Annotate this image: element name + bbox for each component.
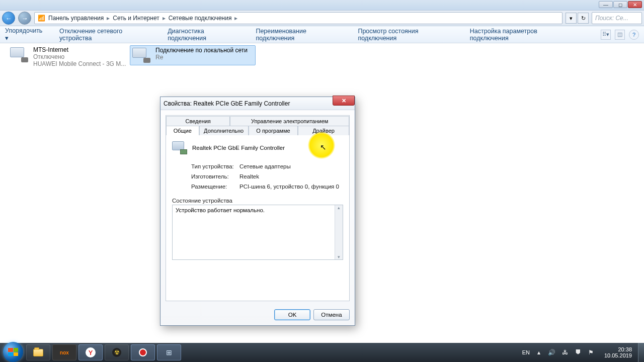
label-device-type: Тип устройства:	[191, 163, 239, 169]
taskbar: nox Y ☢ ⊞ EN ▴ 🔊 🖧 ⛊ ⚑ 20:38 10.05.2019	[0, 343, 644, 362]
taskbar-item-explorer[interactable]	[26, 344, 50, 360]
connection-device: Re	[155, 54, 248, 61]
label-location: Размещение:	[191, 184, 239, 190]
content-area: MTS-Internet Отключено HUAWEI Mobile Con…	[0, 43, 644, 325]
dialog-close-button[interactable]: ✕	[333, 96, 355, 106]
connection-name: Подключение по локальной сети	[155, 47, 248, 54]
address-dropdown-button[interactable]: ▾	[566, 13, 577, 24]
toolbar-properties[interactable]: Настройка параметров подключения	[470, 28, 577, 42]
tray-language[interactable]: EN	[522, 349, 530, 355]
search-input[interactable]: Поиск: Се...	[592, 12, 642, 24]
system-tray: EN ▴ 🔊 🖧 ⛊ ⚑ 20:38 10.05.2019	[522, 346, 638, 358]
view-options-button[interactable]: ⠿▾	[601, 30, 611, 40]
nav-forward-button[interactable]: →	[18, 12, 31, 25]
value-device-type: Сетевые адаптеры	[239, 163, 291, 169]
tab-content-general: Realtek PCIe GbE Family Controller Тип у…	[166, 135, 349, 301]
connection-device: HUAWEI Mobile Connect - 3G M...	[33, 60, 126, 67]
device-status-textbox[interactable]: Устройство работает нормально. ▴▾	[172, 205, 343, 260]
taskbar-item-nox[interactable]: nox	[52, 344, 76, 360]
folder-icon	[33, 349, 43, 356]
breadcrumb-item[interactable]: Сетевые подключения	[169, 15, 232, 22]
device-status-text: Устройство работает нормально.	[176, 207, 265, 213]
connection-item-lan[interactable]: Подключение по локальной сети Re	[130, 45, 256, 65]
organize-menu[interactable]: Упорядочить ▾	[5, 27, 47, 42]
network-adapter-icon	[131, 47, 151, 64]
preview-pane-button[interactable]: ◫	[615, 30, 625, 40]
tray-show-hidden-icon[interactable]: ▴	[535, 348, 543, 356]
toolbar-diagnose[interactable]: Диагностика подключения	[168, 28, 244, 42]
taskbar-item-yandex[interactable]: Y	[78, 344, 103, 360]
folder-icon: 📶	[38, 15, 45, 22]
tray-date: 10.05.2019	[604, 352, 632, 358]
start-button[interactable]	[3, 342, 23, 362]
breadcrumb-item[interactable]: Сеть и Интернет	[113, 15, 159, 22]
device-icon	[172, 141, 187, 154]
cancel-button[interactable]: Отмена	[313, 309, 350, 320]
group-device-status: Состояние устройства	[172, 198, 343, 204]
tray-clock[interactable]: 20:38 10.05.2019	[600, 346, 636, 358]
tray-time: 20:38	[604, 346, 632, 352]
window-maximize-button[interactable]: ◻	[613, 1, 627, 8]
tab-details[interactable]: Сведения	[166, 116, 230, 126]
connection-item-mts[interactable]: MTS-Internet Отключено HUAWEI Mobile Con…	[9, 46, 126, 67]
show-desktop-button[interactable]	[638, 343, 644, 362]
scrollbar[interactable]: ▴▾	[335, 205, 343, 259]
taskbar-item-app1[interactable]: ☢	[105, 344, 129, 360]
tray-network-icon[interactable]: 🖧	[561, 348, 569, 356]
value-manufacturer: Realtek	[239, 173, 259, 179]
value-location: PCI-шина 6, устройство 0, функция 0	[239, 184, 339, 190]
address-refresh-button[interactable]: ↻	[578, 13, 589, 24]
toolbar-disable-device[interactable]: Отключение сетевого устройства	[59, 28, 155, 42]
tab-general[interactable]: Общие	[166, 126, 199, 135]
address-bar-row: ← → 📶 Панель управления▸ Сеть и Интернет…	[0, 10, 644, 26]
tray-flag-icon[interactable]: ⚑	[587, 348, 595, 356]
window-close-button[interactable]: ✕	[628, 1, 642, 8]
taskbar-item-network[interactable]: ⊞	[157, 344, 181, 360]
tray-shield-icon[interactable]: ⛊	[574, 348, 582, 356]
toolbar-rename[interactable]: Переименование подключения	[256, 28, 346, 42]
toolbar-view-status[interactable]: Просмотр состояния подключения	[358, 28, 457, 42]
tab-about[interactable]: О программе	[249, 126, 298, 135]
taskbar-item-recorder[interactable]	[131, 344, 155, 360]
network-adapter-icon	[9, 46, 29, 63]
ok-button[interactable]: OK	[274, 309, 310, 320]
window-minimize-button[interactable]: —	[599, 1, 613, 8]
window-titlebar: — ◻ ✕	[0, 0, 644, 10]
breadcrumb-item[interactable]: Панель управления	[48, 15, 104, 22]
cursor-pointer-icon: ↖	[320, 143, 327, 152]
nav-back-button[interactable]: ←	[2, 12, 15, 25]
help-button[interactable]: ?	[629, 30, 639, 40]
dialog-titlebar[interactable]: Свойства: Realtek PCIe GbE Family Contro…	[160, 97, 355, 110]
breadcrumb-bar[interactable]: 📶 Панель управления▸ Сеть и Интернет▸ Се…	[34, 12, 562, 24]
tab-power-management[interactable]: Управление электропитанием	[230, 116, 349, 126]
command-toolbar: Упорядочить ▾ Отключение сетевого устрой…	[0, 26, 644, 43]
tab-advanced[interactable]: Дополнительно	[199, 126, 249, 135]
dialog-title-text: Свойства: Realtek PCIe GbE Family Contro…	[164, 100, 290, 107]
label-manufacturer: Изготовитель:	[191, 173, 239, 179]
device-properties-dialog: Свойства: Realtek PCIe GbE Family Contro…	[160, 97, 355, 326]
connection-name: MTS-Internet	[33, 46, 126, 53]
tray-volume-icon[interactable]: 🔊	[548, 348, 556, 356]
connection-status: Отключено	[33, 53, 126, 60]
device-name: Realtek PCIe GbE Family Controller	[192, 145, 285, 151]
